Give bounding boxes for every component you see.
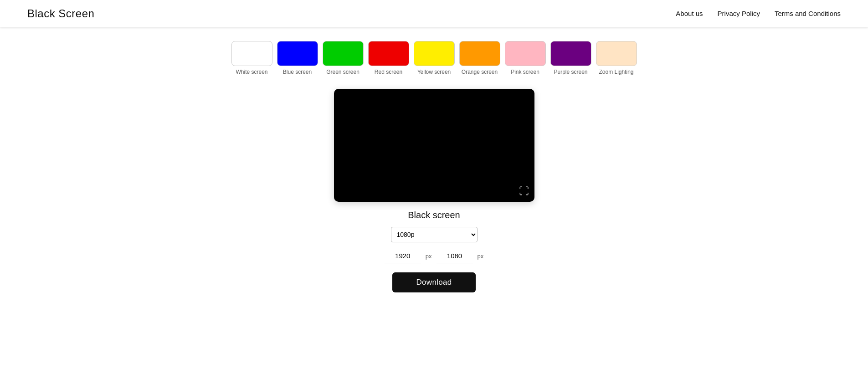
resolution-select[interactable]: 720p1080p1440p4K [391,227,478,242]
swatch-label-yellow: Yellow screen [417,69,451,75]
swatch-label-purple: Purple screen [554,69,587,75]
header: Black Screen About us Privacy Policy Ter… [0,0,868,27]
swatch-box-purple [550,41,591,66]
swatch-item-orange[interactable]: Orange screen [459,41,500,75]
width-unit: px [426,253,432,260]
swatches-section: White screenBlue screenGreen screenRed s… [0,41,868,75]
swatch-box-white [231,41,272,66]
swatch-box-green [323,41,364,66]
swatch-box-red [368,41,409,66]
swatch-label-red: Red screen [375,69,402,75]
swatch-item-blue[interactable]: Blue screen [277,41,318,75]
nav-terms[interactable]: Terms and Conditions [775,10,841,17]
download-button[interactable]: Download [392,272,475,292]
screen-preview[interactable]: ⛶ [334,89,534,202]
swatch-label-green: Green screen [326,69,360,75]
site-title: Black Screen [27,7,94,20]
nav-privacy[interactable]: Privacy Policy [718,10,760,17]
main-content: ⛶ Black screen 720p1080p1440p4K px px Do… [0,89,868,292]
swatch-label-pink: Pink screen [511,69,539,75]
swatch-box-zoom [596,41,637,66]
swatch-item-zoom[interactable]: Zoom Lighting [596,41,637,75]
height-input[interactable] [437,249,473,263]
screen-title: Black screen [408,210,460,220]
swatch-item-red[interactable]: Red screen [368,41,409,75]
swatch-item-green[interactable]: Green screen [323,41,364,75]
swatch-item-white[interactable]: White screen [231,41,272,75]
swatch-label-orange: Orange screen [462,69,498,75]
swatch-box-blue [277,41,318,66]
swatch-box-yellow [414,41,455,66]
nav-about[interactable]: About us [676,10,703,17]
swatch-item-purple[interactable]: Purple screen [550,41,591,75]
height-unit: px [478,253,484,260]
header-nav: About us Privacy Policy Terms and Condit… [676,10,841,17]
swatch-item-pink[interactable]: Pink screen [505,41,546,75]
swatch-label-white: White screen [236,69,267,75]
swatch-label-zoom: Zoom Lighting [599,69,633,75]
fullscreen-icon[interactable]: ⛶ [519,186,529,196]
swatch-box-orange [459,41,500,66]
swatch-label-blue: Blue screen [283,69,312,75]
swatch-box-pink [505,41,546,66]
dimension-row: px px [385,249,483,263]
swatch-item-yellow[interactable]: Yellow screen [414,41,455,75]
width-input[interactable] [385,249,421,263]
